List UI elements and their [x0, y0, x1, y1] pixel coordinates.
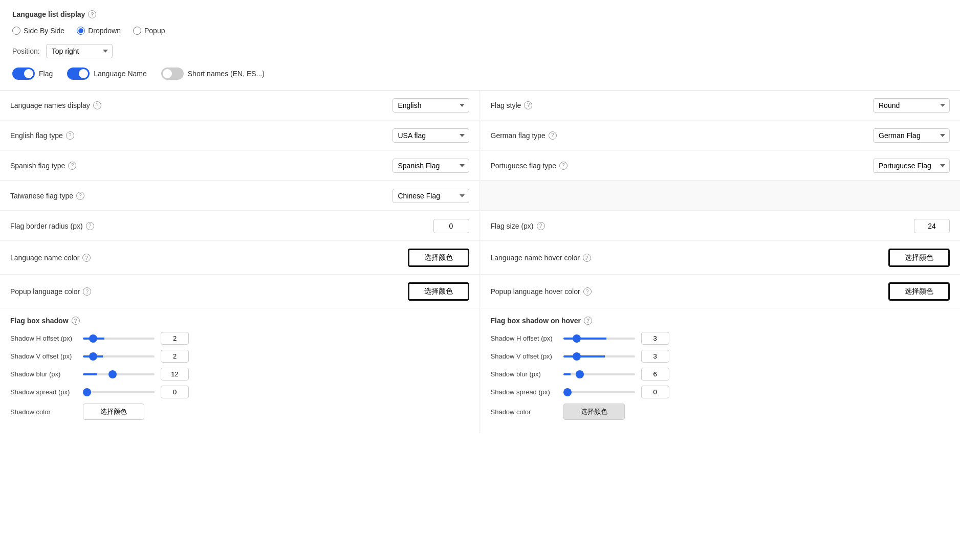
- german-flag-type-help-icon[interactable]: ?: [549, 131, 557, 140]
- shadow-blur-input[interactable]: 12: [161, 368, 189, 380]
- position-label: Position:: [12, 47, 40, 55]
- popup-language-hover-color-btn[interactable]: 选择颜色: [888, 282, 950, 301]
- flag-size-cell: Flag size (px) ? 24: [481, 211, 961, 241]
- portuguese-flag-type-select[interactable]: Portuguese Flag: [873, 159, 950, 173]
- shadow-color-label: Shadow color: [10, 408, 77, 416]
- popup-option[interactable]: Popup: [133, 27, 165, 35]
- english-flag-type-label: English flag type: [10, 131, 63, 140]
- shadow-v-offset-row: Shadow V offset (px) 2: [10, 350, 469, 363]
- hover-shadow-spread-input[interactable]: 0: [641, 386, 669, 398]
- hover-shadow-color-label: Shadow color: [491, 408, 557, 416]
- hover-shadow-blur-row: Shadow blur (px) 6: [491, 368, 950, 380]
- language-name-hover-color-cell: Language name hover color ? 选择颜色: [481, 241, 961, 275]
- shadow-blur-row: Shadow blur (px) 12: [10, 368, 469, 380]
- flag-border-radius-help-icon[interactable]: ?: [86, 222, 94, 230]
- language-names-display-select[interactable]: English: [392, 98, 469, 113]
- shadow-h-offset-row: Shadow H offset (px) 2: [10, 332, 469, 345]
- popup-language-hover-color-help-icon[interactable]: ?: [583, 287, 592, 296]
- language-name-color-label: Language name color: [10, 254, 79, 262]
- language-name-toggle-item: Language Name: [67, 68, 147, 80]
- spanish-flag-type-label: Spanish flag type: [10, 162, 65, 170]
- display-options-group: Side By Side Dropdown Popup: [12, 27, 948, 35]
- hover-shadow-v-offset-input[interactable]: 3: [641, 350, 669, 363]
- taiwanese-flag-type-help-icon[interactable]: ?: [76, 192, 84, 200]
- language-name-color-help-icon[interactable]: ?: [82, 254, 91, 262]
- position-select[interactable]: Top right: [46, 44, 113, 58]
- hover-shadow-color-btn[interactable]: 选择颜色: [563, 404, 625, 420]
- shadow-v-offset-slider[interactable]: [83, 355, 155, 357]
- spanish-flag-type-help-icon[interactable]: ?: [68, 162, 76, 170]
- portuguese-flag-type-help-icon[interactable]: ?: [559, 162, 568, 170]
- side-by-side-radio[interactable]: [12, 27, 20, 35]
- language-name-hover-color-btn[interactable]: 选择颜色: [888, 249, 950, 267]
- shadow-h-offset-slider[interactable]: [83, 338, 155, 340]
- language-names-display-cell: Language names display ? English: [0, 91, 480, 120]
- flag-style-label: Flag style: [491, 101, 521, 109]
- language-name-hover-color-help-icon[interactable]: ?: [583, 254, 591, 262]
- flag-border-radius-input[interactable]: 0: [433, 219, 469, 233]
- shadow-blur-slider[interactable]: [83, 373, 155, 375]
- short-names-toggle-label: Short names (EN, ES...): [188, 70, 265, 78]
- shadow-blur-label: Shadow blur (px): [10, 370, 77, 378]
- language-list-display-help-icon[interactable]: ?: [88, 10, 96, 18]
- flag-toggle[interactable]: [12, 68, 35, 80]
- flag-box-shadow-help-icon[interactable]: ?: [72, 317, 80, 325]
- flag-style-help-icon[interactable]: ?: [524, 101, 532, 109]
- hover-shadow-v-offset-row: Shadow V offset (px) 3: [491, 350, 950, 363]
- language-name-hover-color-label: Language name hover color: [491, 254, 580, 262]
- popup-label: Popup: [144, 27, 165, 35]
- flag-toggle-item: Flag: [12, 68, 53, 80]
- flag-size-help-icon[interactable]: ?: [537, 222, 545, 230]
- popup-language-hover-color-cell: Popup language hover color ? 选择颜色: [481, 275, 961, 308]
- english-flag-type-help-icon[interactable]: ?: [66, 131, 74, 140]
- shadow-spread-row: Shadow spread (px) 0: [10, 386, 469, 398]
- hover-shadow-h-offset-slider[interactable]: [563, 338, 635, 340]
- language-name-color-cell: Language name color ? 选择颜色: [0, 241, 480, 275]
- hover-shadow-v-offset-slider[interactable]: [563, 355, 635, 357]
- language-name-color-btn[interactable]: 选择颜色: [408, 249, 469, 267]
- flag-style-cell: Flag style ? Round: [481, 91, 961, 120]
- side-by-side-option[interactable]: Side By Side: [12, 27, 64, 35]
- flag-size-label: Flag size (px): [491, 222, 534, 230]
- side-by-side-label: Side By Side: [24, 27, 64, 35]
- popup-language-color-btn[interactable]: 选择颜色: [408, 282, 469, 301]
- hover-shadow-spread-label: Shadow spread (px): [491, 388, 557, 396]
- flag-box-shadow-hover-title: Flag box shadow on hover: [491, 317, 581, 325]
- hover-shadow-v-offset-label: Shadow V offset (px): [491, 352, 557, 360]
- taiwanese-flag-type-select[interactable]: Chinese Flag: [392, 189, 469, 203]
- flag-toggle-label: Flag: [39, 70, 53, 78]
- popup-language-color-help-icon[interactable]: ?: [83, 287, 91, 296]
- flag-size-input[interactable]: 24: [914, 219, 950, 233]
- hover-shadow-blur-slider[interactable]: [563, 373, 635, 375]
- flag-box-shadow-hover-help-icon[interactable]: ?: [584, 317, 592, 325]
- shadow-spread-slider[interactable]: [83, 391, 155, 393]
- shadow-spread-input[interactable]: 0: [161, 386, 189, 398]
- popup-language-hover-color-label: Popup language hover color: [491, 287, 580, 296]
- popup-language-color-cell: Popup language color ? 选择颜色: [0, 275, 480, 308]
- hover-shadow-spread-row: Shadow spread (px) 0: [491, 386, 950, 398]
- shadow-v-offset-input[interactable]: 2: [161, 350, 189, 363]
- popup-radio[interactable]: [133, 27, 141, 35]
- hover-shadow-blur-input[interactable]: 6: [641, 368, 669, 380]
- short-names-toggle[interactable]: [161, 68, 184, 80]
- flag-style-select[interactable]: Round: [873, 98, 950, 113]
- dropdown-option[interactable]: Dropdown: [77, 27, 121, 35]
- english-flag-type-select[interactable]: USA flag: [392, 128, 469, 143]
- spanish-flag-type-select[interactable]: Spanish Flag: [392, 159, 469, 173]
- language-names-display-help-icon[interactable]: ?: [93, 101, 101, 109]
- hover-shadow-h-offset-input[interactable]: 3: [641, 332, 669, 345]
- shadow-h-offset-input[interactable]: 2: [161, 332, 189, 345]
- empty-cell-1: [481, 181, 961, 211]
- hover-shadow-spread-slider[interactable]: [563, 391, 635, 393]
- dropdown-radio[interactable]: [77, 27, 85, 35]
- dropdown-label: Dropdown: [88, 27, 121, 35]
- german-flag-type-cell: German flag type ? German Flag: [481, 121, 961, 150]
- hover-shadow-h-offset-label: Shadow H offset (px): [491, 334, 557, 342]
- flag-box-shadow-hover-section: Flag box shadow on hover ? Shadow H offs…: [481, 308, 961, 433]
- spanish-flag-type-cell: Spanish flag type ? Spanish Flag: [0, 151, 480, 181]
- german-flag-type-select[interactable]: German Flag: [873, 128, 950, 143]
- language-name-toggle[interactable]: [67, 68, 90, 80]
- shadow-v-offset-label: Shadow V offset (px): [10, 352, 77, 360]
- shadow-color-btn[interactable]: 选择颜色: [83, 404, 144, 420]
- hover-shadow-blur-label: Shadow blur (px): [491, 370, 557, 378]
